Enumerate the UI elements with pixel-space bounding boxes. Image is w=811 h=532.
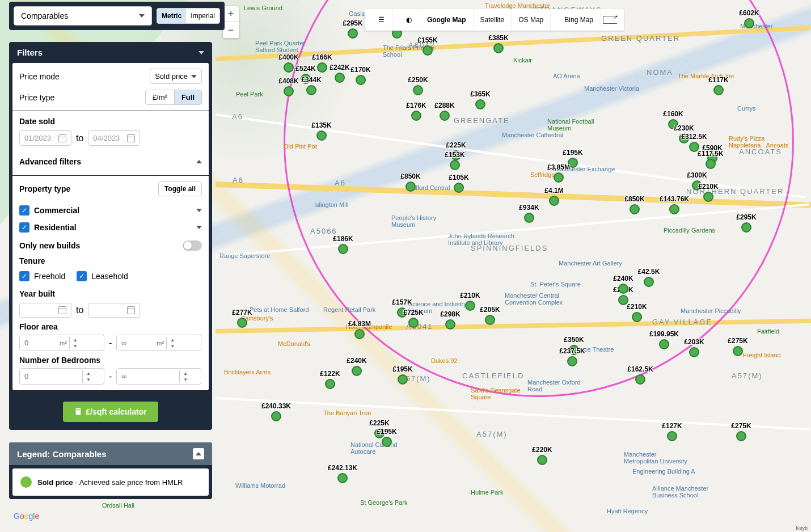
advanced-filters-toggle[interactable]: Advanced filters	[19, 154, 202, 170]
price-marker[interactable]: £135K	[316, 130, 327, 141]
price-type-full[interactable]: Full	[175, 90, 201, 104]
price-marker[interactable]: £170K	[356, 75, 366, 85]
marker-dot-icon[interactable]	[703, 192, 713, 202]
marker-dot-icon[interactable]	[630, 204, 640, 214]
legend-header[interactable]: Legend: Comparables	[9, 442, 212, 465]
marker-dot-icon[interactable]	[382, 437, 392, 447]
marker-dot-icon[interactable]	[669, 204, 679, 214]
marker-dot-icon[interactable]	[537, 455, 547, 465]
marker-dot-icon[interactable]	[398, 374, 408, 385]
chevron-down-icon[interactable]	[196, 226, 202, 229]
collapse-icon[interactable]	[193, 448, 204, 459]
map-type-google[interactable]: Google Map	[420, 9, 474, 31]
price-marker[interactable]: £117K	[713, 85, 724, 95]
price-marker[interactable]: £210K	[465, 301, 475, 311]
marker-dot-icon[interactable]	[411, 111, 421, 121]
price-marker[interactable]: £240K	[618, 284, 628, 294]
price-marker[interactable]: £220K	[537, 455, 547, 465]
price-marker[interactable]: £199.95K	[659, 339, 669, 349]
step-up-icon[interactable]: ▲	[83, 370, 94, 377]
commercial-checkbox[interactable]: ✓	[19, 205, 29, 216]
price-marker[interactable]: £4.83M	[354, 329, 365, 339]
marker-dot-icon[interactable]	[485, 315, 495, 325]
price-marker[interactable]: £176K	[411, 111, 421, 121]
price-marker[interactable]: £127K	[667, 431, 677, 441]
floor-area-to[interactable]: m² ▲▼	[116, 335, 201, 351]
price-marker[interactable]: £240.33K	[271, 411, 281, 421]
filters-header[interactable]: Filters	[9, 42, 212, 63]
marker-dot-icon[interactable]	[284, 86, 294, 96]
marker-dot-icon[interactable]	[413, 85, 423, 95]
marker-dot-icon[interactable]	[667, 431, 677, 441]
marker-dot-icon[interactable]	[741, 222, 751, 233]
price-marker[interactable]: £365K	[475, 99, 485, 109]
price-marker[interactable]: £385K	[493, 43, 504, 53]
price-marker[interactable]: £242.13K	[337, 473, 348, 483]
price-marker[interactable]: £166K	[317, 62, 327, 73]
marker-dot-icon[interactable]	[335, 73, 345, 83]
price-marker[interactable]: £122K	[325, 379, 335, 389]
marker-dot-icon[interactable]	[440, 111, 450, 121]
price-marker[interactable]: £275K	[736, 431, 746, 441]
price-marker[interactable]: £275K	[733, 346, 743, 356]
price-marker[interactable]: £210K	[632, 312, 642, 322]
price-marker[interactable]: £42.5K	[644, 277, 654, 287]
price-marker[interactable]: £602K	[744, 18, 754, 28]
marker-dot-icon[interactable]	[450, 160, 460, 170]
marker-dot-icon[interactable]	[549, 196, 559, 206]
price-marker[interactable]: £105K	[454, 183, 464, 193]
step-up-icon[interactable]: ▲	[180, 370, 191, 377]
map-type-bing[interactable]: Bing Map	[551, 9, 624, 31]
marker-dot-icon[interactable]	[689, 347, 699, 357]
marker-dot-icon[interactable]	[659, 339, 669, 349]
price-marker[interactable]: £3.85M	[554, 172, 564, 183]
price-marker[interactable]: £143.76K	[669, 204, 679, 214]
price-marker[interactable]: £295K	[741, 222, 751, 233]
price-marker[interactable]: £400K	[284, 62, 294, 73]
price-marker[interactable]: £288K	[440, 111, 450, 121]
year-from-input[interactable]	[19, 303, 71, 318]
marker-dot-icon[interactable]	[618, 284, 628, 294]
price-marker[interactable]: £850K	[630, 204, 640, 214]
price-marker[interactable]: £298K	[445, 319, 455, 330]
marker-dot-icon[interactable]	[316, 130, 327, 141]
step-down-icon[interactable]: ▼	[70, 343, 81, 349]
price-marker[interactable]: £344K	[306, 85, 316, 95]
price-marker[interactable]: £210K	[703, 192, 713, 202]
step-up-icon[interactable]: ▲	[167, 337, 178, 343]
step-down-icon[interactable]: ▼	[180, 377, 191, 383]
price-marker[interactable]: £205K	[485, 315, 495, 325]
step-down-icon[interactable]: ▼	[167, 343, 178, 349]
price-marker[interactable]: £153K	[450, 160, 460, 170]
price-marker[interactable]: £162.5K	[635, 374, 645, 385]
bedrooms-from[interactable]: ▲▼	[19, 368, 104, 385]
price-mode-select[interactable]: Sold price	[150, 69, 202, 84]
price-marker[interactable]: £934K	[524, 213, 534, 223]
new-builds-switch[interactable]	[183, 240, 202, 251]
price-marker[interactable]: £250K	[413, 85, 423, 95]
leasehold-checkbox[interactable]: ✓	[77, 271, 87, 281]
year-to-input[interactable]	[88, 303, 140, 318]
price-marker[interactable]: £277K	[237, 318, 247, 328]
bedrooms-to[interactable]: ▲▼	[116, 368, 201, 385]
price-marker[interactable]: £117.5K	[706, 159, 716, 169]
marker-dot-icon[interactable]	[338, 244, 348, 254]
mode-select[interactable]: Comparables	[14, 6, 152, 26]
marker-dot-icon[interactable]	[644, 277, 654, 287]
marker-dot-icon[interactable]	[352, 366, 362, 376]
marker-dot-icon[interactable]	[733, 346, 743, 356]
price-marker[interactable]: £725K	[408, 318, 419, 328]
marker-dot-icon[interactable]	[524, 213, 534, 223]
marker-dot-icon[interactable]	[237, 318, 247, 328]
step-down-icon[interactable]: ▼	[83, 377, 94, 383]
marker-dot-icon[interactable]	[356, 75, 366, 85]
chevron-down-icon[interactable]	[196, 209, 202, 212]
freehold-checkbox[interactable]: ✓	[19, 271, 29, 281]
floor-area-from[interactable]: m² ▲▼	[19, 335, 104, 351]
price-marker[interactable]: £242K	[335, 73, 345, 83]
price-type-per-m2[interactable]: £/m²	[146, 90, 175, 104]
marker-dot-icon[interactable]	[445, 319, 455, 330]
marker-dot-icon[interactable]	[475, 99, 485, 109]
price-marker[interactable]: £295K	[348, 28, 358, 39]
marker-dot-icon[interactable]	[306, 85, 316, 95]
